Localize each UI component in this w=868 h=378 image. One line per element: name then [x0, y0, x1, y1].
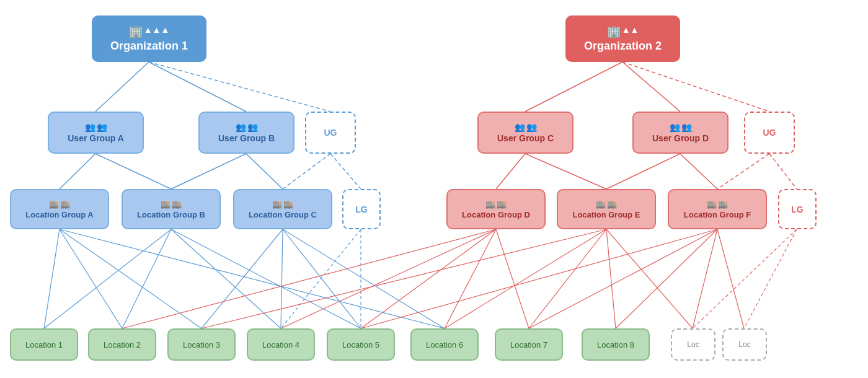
- svg-line-0: [95, 62, 149, 112]
- locph2-label: Loc: [738, 340, 750, 349]
- svg-line-47: [202, 229, 606, 328]
- svg-line-7: [95, 154, 171, 189]
- svg-line-40: [693, 229, 717, 328]
- svg-line-35: [529, 229, 606, 328]
- svg-line-28: [281, 229, 361, 328]
- ug-placeholder-red-node: UG: [744, 112, 795, 154]
- location-group-b-node[interactable]: 🏬🏬 Location Group B: [122, 189, 221, 229]
- svg-line-20: [60, 229, 202, 328]
- svg-line-3: [525, 62, 622, 112]
- svg-line-32: [445, 229, 496, 328]
- lgd-label: Location Group D: [462, 210, 530, 219]
- ugph1-label: UG: [324, 128, 337, 138]
- org1-node[interactable]: 🏢▲▲▲ Organization 1: [92, 15, 206, 62]
- svg-line-12: [496, 154, 525, 189]
- ug-placeholder-blue-node: UG: [305, 112, 356, 154]
- uga-label: User Group A: [68, 133, 124, 143]
- svg-line-41: [717, 229, 744, 328]
- loc5-label: Location 5: [342, 340, 379, 349]
- svg-line-21: [44, 229, 171, 328]
- location-group-f-node[interactable]: 🏬🏬 Location Group F: [668, 189, 767, 229]
- svg-line-22: [122, 229, 171, 328]
- svg-line-37: [606, 229, 693, 328]
- svg-line-42: [693, 229, 797, 328]
- lg-placeholder-red-node: LG: [778, 189, 817, 229]
- location-5-node[interactable]: Location 5: [327, 328, 395, 361]
- svg-line-30: [281, 229, 496, 328]
- location-8-node[interactable]: Location 8: [582, 328, 650, 361]
- user-group-b-node[interactable]: 👥👥 User Group B: [198, 112, 294, 154]
- location-group-a-node[interactable]: 🏬🏬 Location Group A: [10, 189, 109, 229]
- svg-line-43: [744, 229, 797, 328]
- svg-line-24: [171, 229, 361, 328]
- lgph1-label: LG: [355, 204, 367, 214]
- ugd-label: User Group D: [652, 133, 709, 143]
- location-group-e-node[interactable]: 🏬🏬 Location Group E: [557, 189, 656, 229]
- svg-line-44: [60, 229, 445, 328]
- org2-node[interactable]: 🏢▲▲ Organization 2: [565, 15, 680, 62]
- svg-line-18: [44, 229, 60, 328]
- loc2-label: Location 2: [104, 340, 141, 349]
- svg-line-45: [283, 229, 445, 328]
- location-group-c-node[interactable]: 🏬🏬 Location Group C: [233, 189, 332, 229]
- svg-line-26: [281, 229, 283, 328]
- location-1-node[interactable]: Location 1: [10, 328, 78, 361]
- user-group-a-node[interactable]: 👥👥 User Group A: [48, 112, 144, 154]
- loc8-label: Location 8: [597, 340, 634, 349]
- svg-line-16: [717, 154, 769, 189]
- org2-icons: 🏢▲▲: [607, 25, 639, 38]
- lgc-label: Location Group C: [249, 210, 317, 219]
- org1-label: Organization 1: [110, 40, 188, 53]
- svg-line-27: [283, 229, 361, 328]
- lgph2-label: LG: [791, 204, 803, 214]
- loc4-label: Location 4: [262, 340, 299, 349]
- svg-line-10: [283, 154, 330, 189]
- location-group-d-node[interactable]: 🏬🏬 Location Group D: [446, 189, 546, 229]
- loc3-label: Location 3: [183, 340, 220, 349]
- diagram: 🏢▲▲▲ Organization 1 🏢▲▲ Organization 2 👥…: [0, 0, 868, 378]
- svg-line-34: [445, 229, 606, 328]
- lg-placeholder-blue-node: LG: [342, 189, 381, 229]
- svg-line-19: [60, 229, 122, 328]
- loc6-label: Location 6: [426, 340, 463, 349]
- svg-line-23: [171, 229, 281, 328]
- lge-label: Location Group E: [572, 210, 640, 219]
- locph1-label: Loc: [687, 340, 699, 349]
- svg-line-31: [361, 229, 496, 328]
- location-3-node[interactable]: Location 3: [167, 328, 236, 361]
- location-6-node[interactable]: Location 6: [410, 328, 479, 361]
- location-4-node[interactable]: Location 4: [247, 328, 315, 361]
- user-group-c-node[interactable]: 👥👥 User Group C: [477, 112, 574, 154]
- org1-icons: 🏢▲▲▲: [129, 25, 170, 38]
- ugph2-label: UG: [763, 128, 776, 138]
- location-2-node[interactable]: Location 2: [88, 328, 156, 361]
- ugb-label: User Group B: [218, 133, 275, 143]
- svg-line-13: [525, 154, 606, 189]
- svg-line-2: [149, 62, 330, 112]
- svg-line-33: [496, 229, 529, 328]
- svg-line-17: [769, 154, 797, 189]
- svg-line-48: [361, 229, 717, 328]
- loc-placeholder-2-node: Loc: [722, 328, 767, 361]
- svg-line-8: [171, 154, 246, 189]
- loc7-label: Location 7: [510, 340, 547, 349]
- svg-line-39: [616, 229, 717, 328]
- ugc-label: User Group C: [497, 133, 554, 143]
- svg-line-36: [606, 229, 616, 328]
- svg-line-1: [149, 62, 246, 112]
- svg-line-11: [330, 154, 361, 189]
- svg-line-46: [122, 229, 496, 328]
- location-7-node[interactable]: Location 7: [495, 328, 563, 361]
- user-group-d-node[interactable]: 👥👥 User Group D: [632, 112, 728, 154]
- svg-line-5: [622, 62, 769, 112]
- loc1-label: Location 1: [25, 340, 63, 349]
- svg-line-6: [60, 154, 95, 189]
- org2-label: Organization 2: [584, 40, 662, 53]
- svg-line-14: [606, 154, 680, 189]
- lga-label: Location Group A: [25, 210, 93, 219]
- svg-line-25: [202, 229, 283, 328]
- svg-line-4: [622, 62, 680, 112]
- lgb-label: Location Group B: [137, 210, 205, 219]
- lgf-label: Location Group F: [684, 210, 751, 219]
- loc-placeholder-1-node: Loc: [671, 328, 715, 361]
